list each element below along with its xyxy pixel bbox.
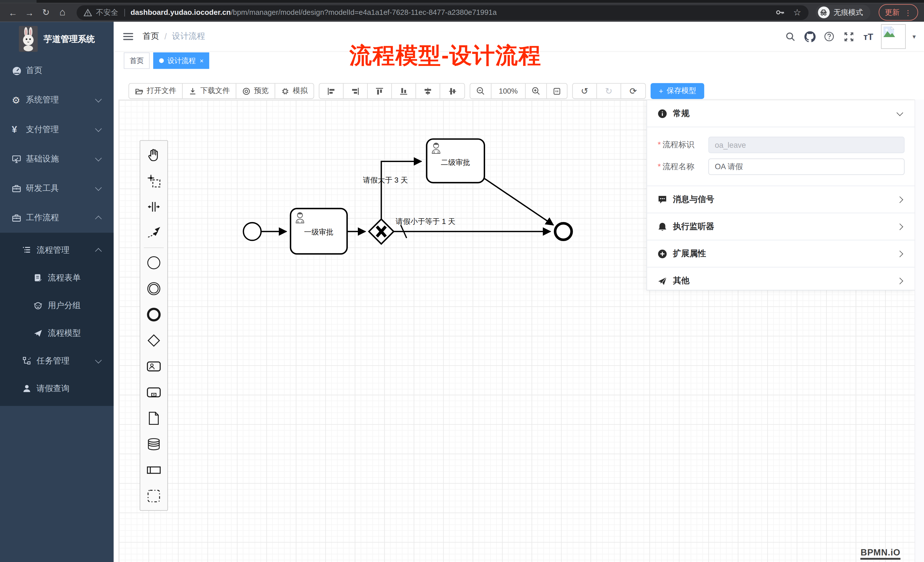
section-general[interactable]: 常规 bbox=[647, 100, 915, 127]
field-label: *流程标识 bbox=[658, 139, 708, 150]
browser-toolbar: ← → ↻ ⌂ 不安全 dashboard.yudao.iocoder.cn /… bbox=[0, 3, 924, 22]
tag-label: 设计流程 bbox=[167, 55, 195, 66]
align-center-vertical-button[interactable] bbox=[440, 84, 465, 99]
section-message-signal[interactable]: 消息与信号 bbox=[647, 186, 915, 213]
general-fields: *流程标识 *流程名称 bbox=[647, 127, 915, 186]
fullscreen-icon[interactable] bbox=[842, 30, 855, 43]
section-extended-attrs[interactable]: 扩展属性 bbox=[647, 240, 915, 268]
help-icon[interactable] bbox=[823, 30, 836, 43]
github-icon[interactable] bbox=[804, 30, 816, 43]
sidebar-item-devtools[interactable]: 研发工具 bbox=[0, 174, 114, 203]
history-button-group: ↺ ↻ ⟳ bbox=[572, 83, 646, 99]
sidebar-item-system[interactable]: ⚙ 系统管理 bbox=[0, 85, 114, 115]
user-task-level2[interactable]: 二级审批 bbox=[427, 139, 484, 183]
browser-back-button[interactable]: ← bbox=[6, 7, 20, 17]
section-label: 消息与信号 bbox=[673, 194, 714, 205]
redo-button[interactable]: ↻ bbox=[597, 84, 621, 99]
restart-button[interactable]: ⟳ bbox=[621, 84, 645, 99]
zoom-in-button[interactable] bbox=[526, 84, 547, 99]
font-size-icon[interactable]: ᴛT bbox=[862, 30, 874, 43]
zoom-reset-button[interactable] bbox=[547, 84, 567, 99]
sidebar-item-infra[interactable]: 基础设施 bbox=[0, 144, 114, 174]
task-label: 二级审批 bbox=[441, 158, 470, 166]
end-event[interactable] bbox=[555, 223, 572, 240]
align-top-button[interactable] bbox=[368, 84, 392, 99]
sidebar-item-leave-query[interactable]: 请假查询 bbox=[0, 375, 114, 402]
zoom-out-button[interactable] bbox=[470, 84, 491, 99]
section-execution-listener[interactable]: 执行监听器 bbox=[647, 213, 915, 240]
align-center-horizontal-button[interactable] bbox=[416, 84, 440, 99]
list-icon bbox=[22, 246, 36, 255]
bpmn-canvas[interactable]: 一级审批 bbox=[118, 100, 915, 562]
sidebar-item-home[interactable]: 首页 bbox=[0, 56, 114, 85]
start-event[interactable] bbox=[243, 223, 261, 240]
plus-circle-icon bbox=[658, 249, 667, 258]
browser-update-button[interactable]: 更新 ⋮ bbox=[878, 4, 918, 21]
sidebar-item-label: 流程表单 bbox=[48, 273, 81, 283]
sidebar-item-payment[interactable]: ¥ 支付管理 bbox=[0, 115, 114, 144]
align-button-group bbox=[319, 83, 465, 99]
active-dot bbox=[159, 58, 164, 63]
avatar[interactable] bbox=[881, 24, 906, 49]
chevron-right-icon bbox=[897, 223, 903, 230]
section-other[interactable]: 其他 bbox=[647, 268, 915, 294]
preview-button[interactable]: 预览 bbox=[236, 84, 275, 99]
chevron-down-icon bbox=[95, 125, 102, 132]
browser-forward-button[interactable]: → bbox=[22, 7, 36, 17]
dashboard-icon bbox=[12, 66, 26, 76]
breadcrumb-home[interactable]: 首页 bbox=[142, 31, 159, 42]
undo-button[interactable]: ↺ bbox=[573, 84, 597, 99]
chevron-up-icon bbox=[95, 216, 102, 222]
password-key-icon[interactable] bbox=[776, 8, 785, 16]
align-left-icon bbox=[327, 87, 335, 95]
browser-menu-dots-icon[interactable]: ⋮ bbox=[904, 8, 912, 17]
browser-reload-button[interactable]: ↻ bbox=[39, 7, 53, 18]
url-separator bbox=[124, 9, 125, 16]
align-bottom-button[interactable] bbox=[392, 84, 416, 99]
flow-gateway-to-task2[interactable] bbox=[381, 162, 421, 219]
download-file-button[interactable]: 下载文件 bbox=[183, 84, 236, 99]
sidebar-item-process-mgmt[interactable]: 流程管理 bbox=[0, 236, 114, 264]
align-center-v-icon bbox=[448, 87, 457, 95]
close-icon[interactable]: × bbox=[200, 57, 204, 64]
info-icon bbox=[658, 109, 667, 118]
flow-task2-to-end[interactable] bbox=[484, 178, 554, 225]
comment-icon bbox=[658, 195, 667, 204]
exclusive-gateway[interactable] bbox=[369, 219, 394, 244]
sidebar-item-workflow[interactable]: 工作流程 bbox=[0, 203, 114, 232]
align-right-button[interactable] bbox=[344, 84, 368, 99]
bpmn-io-watermark[interactable]: BPMN.iO bbox=[861, 547, 901, 559]
sidebar-collapse-icon[interactable] bbox=[123, 31, 133, 42]
edge-label-le1[interactable]: 请假小于等于 1 天 bbox=[396, 217, 455, 225]
simulate-button[interactable]: 模拟 bbox=[275, 84, 314, 99]
sidebar-item-label: 任务管理 bbox=[36, 355, 70, 366]
app-logo-avatar bbox=[19, 26, 38, 52]
button-label: 打开文件 bbox=[147, 86, 176, 96]
align-left-button[interactable] bbox=[320, 84, 344, 99]
search-icon[interactable] bbox=[784, 30, 797, 43]
address-bar[interactable]: 不安全 dashboard.yudao.iocoder.cn /bpm/mana… bbox=[76, 5, 808, 20]
bpmn-toolbar: 打开文件 下载文件 预览 模拟 bbox=[128, 83, 704, 99]
monitor-icon bbox=[12, 154, 26, 164]
sidebar-logo-row[interactable]: 芋道管理系统 bbox=[0, 22, 114, 56]
sidebar-item-task-mgmt[interactable]: 任务管理 bbox=[0, 347, 114, 375]
edge-label-gt3[interactable]: 请假大于 3 天 bbox=[363, 176, 408, 184]
browser-active-tab[interactable] bbox=[0, 0, 36, 3]
process-name-input[interactable] bbox=[708, 159, 904, 175]
scrollbar-track[interactable] bbox=[915, 100, 924, 562]
sidebar-item-process-model[interactable]: 流程模型 bbox=[0, 319, 114, 347]
align-bottom-icon bbox=[399, 87, 408, 95]
save-model-button[interactable]: + 保存模型 bbox=[651, 83, 705, 99]
open-file-button[interactable]: 打开文件 bbox=[129, 84, 183, 99]
zoom-level-value: 100% bbox=[499, 87, 518, 95]
tag-design-process[interactable]: 设计流程 × bbox=[153, 52, 210, 69]
avatar-caret-icon[interactable]: ▾ bbox=[913, 33, 916, 40]
security-label[interactable]: 不安全 bbox=[96, 7, 118, 17]
tag-home[interactable]: 首页 bbox=[124, 52, 150, 69]
browser-home-button[interactable]: ⌂ bbox=[56, 7, 70, 18]
key-label: 流程标识 bbox=[663, 140, 694, 149]
user-task-level1[interactable]: 一级审批 bbox=[291, 208, 347, 254]
bookmark-star-icon[interactable]: ☆ bbox=[793, 7, 801, 18]
sidebar-item-user-group[interactable]: 用户分组 bbox=[0, 292, 114, 319]
sidebar-item-process-form[interactable]: 流程表单 bbox=[0, 264, 114, 292]
